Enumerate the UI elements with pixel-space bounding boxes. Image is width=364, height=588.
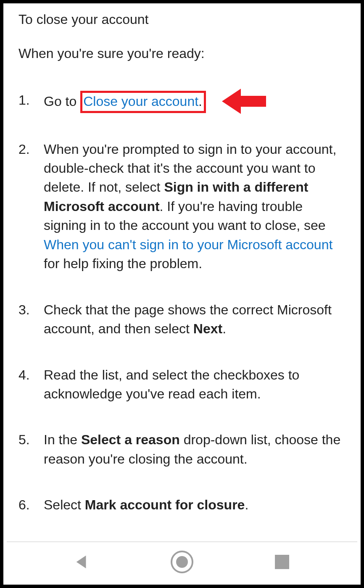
step-6-text-b: .: [245, 497, 248, 512]
page-title: To close your account: [18, 12, 346, 27]
home-circle-icon: [170, 550, 194, 574]
android-nav-bar: [7, 541, 357, 581]
nav-home-button[interactable]: [157, 547, 207, 577]
close-your-account-link[interactable]: Close your account: [83, 94, 198, 109]
step-6: Select Mark account for closure.: [18, 496, 346, 514]
step-4-text-a: Read the list, and select the checkboxes…: [44, 367, 299, 401]
step-1: Go to Close your account.: [18, 91, 346, 113]
svg-rect-4: [275, 555, 289, 569]
step-3-text-a: Check that the page shows the correct Mi…: [44, 302, 332, 336]
svg-marker-1: [76, 555, 86, 568]
step-3-text-b: .: [222, 321, 226, 336]
article-content: To close your account When you're sure y…: [3, 3, 361, 515]
step-4: Read the list, and select the checkboxes…: [18, 366, 346, 404]
step-6-text-a: Select: [44, 497, 85, 512]
recents-square-icon: [275, 555, 289, 569]
back-triangle-icon: [74, 554, 90, 570]
step-3: Check that the page shows the correct Mi…: [18, 301, 346, 339]
step-2-text-c: for help fixing the problem.: [44, 256, 202, 271]
step-6-bold-1: Mark account for closure: [85, 497, 245, 512]
step-5-text-a: In the: [44, 432, 81, 447]
step-1-prefix: Go to: [44, 94, 76, 109]
step-5-bold-1: Select a reason: [81, 432, 180, 447]
cant-sign-in-link[interactable]: When you can't sign in to your Microsoft…: [44, 237, 332, 252]
step-3-bold-1: Next: [193, 321, 222, 336]
step-5: In the Select a reason drop-down list, c…: [18, 430, 346, 469]
annotation-highlight-box: Close your account.: [80, 91, 206, 113]
intro-text: When you're sure you're ready:: [18, 46, 346, 61]
step-2: When you're prompted to sign in to your …: [18, 140, 346, 274]
svg-point-3: [176, 556, 188, 568]
steps-list: Go to Close your account. When you're pr…: [18, 91, 346, 515]
step-1-suffix: .: [198, 94, 202, 109]
nav-recents-button[interactable]: [257, 547, 307, 577]
nav-back-button[interactable]: [57, 547, 107, 577]
